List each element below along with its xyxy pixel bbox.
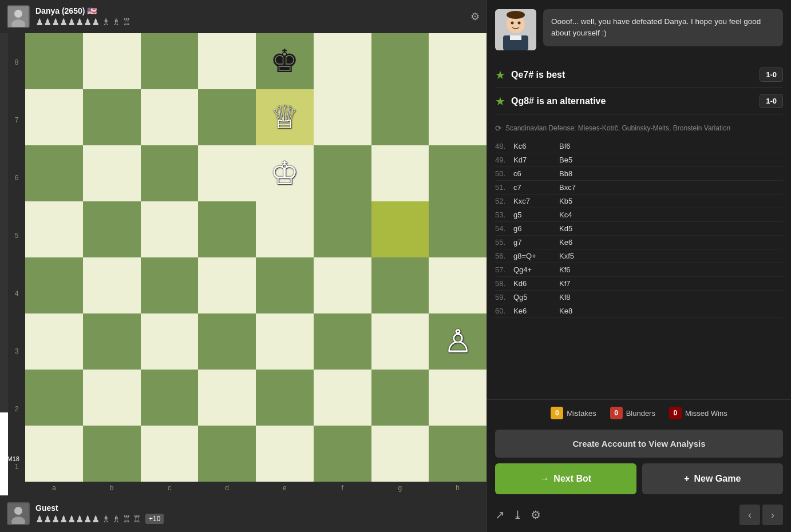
square-e1[interactable]: [256, 426, 314, 482]
move-black[interactable]: Kb5: [559, 197, 605, 205]
move-black[interactable]: Kd5: [559, 224, 605, 233]
square-b7[interactable]: [83, 89, 141, 145]
move-white[interactable]: g5: [513, 211, 559, 219]
square-d2[interactable]: [198, 370, 256, 426]
next-move-button[interactable]: ›: [762, 505, 783, 525]
move-white[interactable]: c7: [513, 183, 559, 192]
move-white[interactable]: g6: [513, 224, 559, 233]
square-d5[interactable]: [198, 201, 256, 257]
share-icon[interactable]: ↗: [495, 508, 505, 522]
chess-board[interactable]: ♚ ♕ ♔: [25, 33, 487, 482]
move-black[interactable]: Kxf5: [559, 252, 605, 260]
square-g2[interactable]: [371, 370, 429, 426]
move-black[interactable]: Kf7: [559, 279, 605, 288]
square-f5[interactable]: [314, 201, 371, 257]
square-b3[interactable]: [83, 313, 141, 370]
square-b6[interactable]: [83, 145, 141, 201]
prev-move-button[interactable]: ‹: [739, 505, 760, 525]
square-e7[interactable]: ♕: [256, 89, 314, 145]
square-h7[interactable]: [429, 89, 487, 145]
square-a5[interactable]: [25, 201, 83, 257]
move-black[interactable]: Ke6: [559, 238, 605, 247]
square-c8[interactable]: [141, 33, 199, 89]
square-f3[interactable]: [314, 313, 371, 370]
settings-icon-footer[interactable]: ⚙: [531, 508, 541, 522]
square-h4[interactable]: [429, 257, 487, 313]
move-black[interactable]: Kf8: [559, 293, 605, 301]
square-c5[interactable]: [141, 201, 199, 257]
square-d3[interactable]: [198, 313, 256, 370]
move-black[interactable]: Kc4: [559, 211, 605, 219]
square-g4[interactable]: [371, 257, 429, 313]
square-f7[interactable]: [314, 89, 371, 145]
move-black[interactable]: Kf6: [559, 265, 605, 274]
move-black[interactable]: Bxc7: [559, 183, 605, 192]
square-c1[interactable]: [141, 426, 199, 482]
best-move-text-2[interactable]: Qg8# is an alternative: [511, 96, 760, 106]
square-g5[interactable]: [371, 201, 429, 257]
square-c3[interactable]: [141, 313, 199, 370]
next-bot-button[interactable]: → Next Bot: [495, 463, 636, 494]
square-c7[interactable]: [141, 89, 199, 145]
square-h2[interactable]: [429, 370, 487, 426]
square-g6[interactable]: [371, 145, 429, 201]
download-icon[interactable]: ⤓: [513, 508, 523, 522]
square-f2[interactable]: [314, 370, 371, 426]
move-white[interactable]: Ke6: [513, 307, 559, 315]
move-white[interactable]: Kc6: [513, 142, 559, 150]
move-black[interactable]: Bf6: [559, 142, 605, 150]
square-b4[interactable]: [83, 257, 141, 313]
square-a7[interactable]: [25, 89, 83, 145]
move-black[interactable]: Ke8: [559, 307, 605, 315]
move-white[interactable]: g8=Q+: [513, 252, 559, 260]
square-h6[interactable]: [429, 145, 487, 201]
square-a2[interactable]: [25, 370, 83, 426]
move-white[interactable]: Qg5: [513, 293, 559, 301]
square-c6[interactable]: [141, 145, 199, 201]
square-b8[interactable]: [83, 33, 141, 89]
square-e2[interactable]: [256, 370, 314, 426]
move-black[interactable]: Bb8: [559, 169, 605, 178]
square-g8[interactable]: [371, 33, 429, 89]
square-b5[interactable]: [83, 201, 141, 257]
square-e3[interactable]: [256, 313, 314, 370]
square-g1[interactable]: [371, 426, 429, 482]
move-list[interactable]: 48.Kc6Bf649.Kd7Be550.c6Bb851.c7Bxc752.Kx…: [487, 137, 791, 399]
square-f1[interactable]: [314, 426, 371, 482]
square-g3[interactable]: [371, 313, 429, 370]
move-white[interactable]: Qg4+: [513, 265, 559, 274]
square-e4[interactable]: [256, 257, 314, 313]
best-move-text-1[interactable]: Qe7# is best: [511, 70, 760, 80]
square-e8[interactable]: ♚: [256, 33, 314, 89]
square-g7[interactable]: [371, 89, 429, 145]
square-a8[interactable]: [25, 33, 83, 89]
move-white[interactable]: g7: [513, 238, 559, 247]
square-a4[interactable]: [25, 257, 83, 313]
square-h3[interactable]: ♙: [429, 313, 487, 370]
square-d7[interactable]: [198, 89, 256, 145]
square-h1[interactable]: [429, 426, 487, 482]
settings-icon[interactable]: ⚙: [470, 11, 480, 22]
new-game-button[interactable]: + New Game: [642, 463, 784, 494]
square-a6[interactable]: [25, 145, 83, 201]
square-f8[interactable]: [314, 33, 371, 89]
move-white[interactable]: Kd7: [513, 156, 559, 164]
square-d4[interactable]: [198, 257, 256, 313]
square-e5[interactable]: [256, 201, 314, 257]
square-e6[interactable]: ♔: [256, 145, 314, 201]
square-h8[interactable]: [429, 33, 487, 89]
square-d6[interactable]: [198, 145, 256, 201]
square-h5[interactable]: [429, 201, 487, 257]
square-b2[interactable]: [83, 370, 141, 426]
square-f6[interactable]: [314, 145, 371, 201]
move-white[interactable]: Kd6: [513, 279, 559, 288]
square-f4[interactable]: [314, 257, 371, 313]
square-c2[interactable]: [141, 370, 199, 426]
move-white[interactable]: Kxc7: [513, 197, 559, 205]
square-a3[interactable]: [25, 313, 83, 370]
square-d8[interactable]: [198, 33, 256, 89]
move-black[interactable]: Be5: [559, 156, 605, 164]
move-white[interactable]: c6: [513, 169, 559, 178]
square-d1[interactable]: [198, 426, 256, 482]
square-a1[interactable]: [25, 426, 83, 482]
